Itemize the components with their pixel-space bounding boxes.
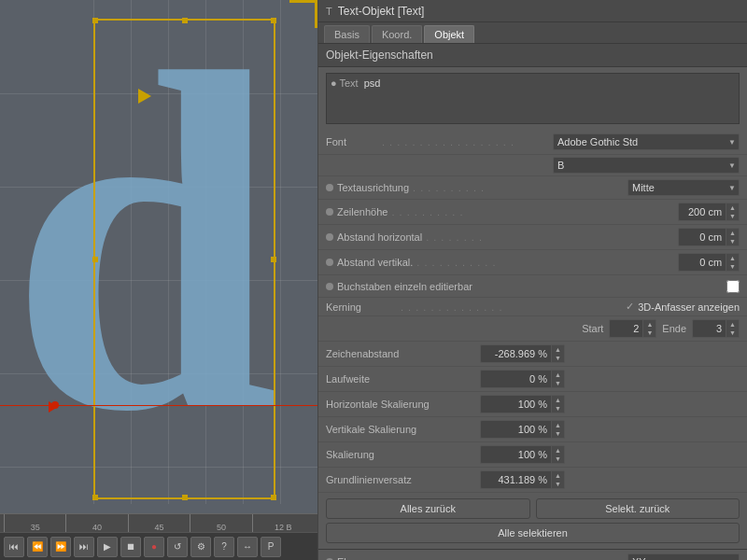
- checkmark-icon: ✓: [626, 301, 634, 313]
- abstand-v-spinner[interactable]: ▲ ▼: [678, 253, 740, 272]
- zeichenabstand-row: Zeichenabstand ▲ ▼: [318, 342, 747, 367]
- start-input[interactable]: [610, 321, 642, 336]
- v-skalierung-input[interactable]: [481, 422, 551, 437]
- spinner-up[interactable]: ▲: [726, 254, 739, 262]
- spinner-up[interactable]: ▲: [552, 396, 564, 404]
- spinner-up[interactable]: ▲: [552, 471, 564, 480]
- tool-btn1[interactable]: ↔: [237, 537, 258, 557]
- font-family-select-wrapper: Adobe Gothic Std: [553, 133, 740, 150]
- ruler-mark: 50: [190, 514, 251, 532]
- laufweite-row: Laufweite ▲ ▼: [318, 367, 747, 392]
- tab-koord[interactable]: Koord.: [372, 25, 422, 43]
- text-preview-label: ● Text: [331, 77, 359, 89]
- skalierung-row: Skalierung ▲ ▼: [318, 442, 747, 468]
- ruler-mark: 40: [65, 514, 127, 532]
- spinner-up[interactable]: ▲: [726, 229, 739, 237]
- abstand-h-label: Abstand horizontal: [337, 231, 422, 243]
- h-skalierung-input-wrapper[interactable]: ▲ ▼: [480, 395, 565, 413]
- ebene-row: Ebene . . . . . . . . . . . . . . . . XY: [318, 550, 747, 560]
- kerning-row: Kerning . . . . . . . . . . . . . . ✓ 3D…: [318, 298, 747, 316]
- spinner-down[interactable]: ▼: [726, 237, 739, 245]
- laufweite-input-wrapper[interactable]: ▲ ▼: [480, 370, 565, 388]
- spinner-arrows: ▲ ▼: [551, 371, 564, 387]
- zeilenhoehe-input[interactable]: [679, 204, 726, 219]
- start-spinner[interactable]: ▲ ▼: [609, 319, 656, 338]
- spinner-down[interactable]: ▼: [552, 404, 564, 413]
- corner-marker: [289, 0, 317, 28]
- spinner-arrows: ▲ ▼: [551, 345, 564, 362]
- abstand-h-row: Abstand horizontal . . . . . . . . ▲ ▼: [318, 225, 747, 250]
- kerning-label: Kerning: [326, 301, 401, 313]
- zeichenabstand-input-wrapper[interactable]: ▲ ▼: [480, 344, 565, 363]
- spinner-down[interactable]: ▼: [643, 329, 655, 337]
- play-forward-button[interactable]: ⏩: [50, 537, 71, 557]
- tab-objekt[interactable]: Objekt: [424, 25, 474, 43]
- play-button[interactable]: ▶: [97, 537, 118, 557]
- abstand-h-input[interactable]: [679, 230, 726, 245]
- spinner-down[interactable]: ▼: [726, 329, 739, 337]
- h-skalierung-input[interactable]: [481, 397, 551, 412]
- abstand-h-spinner[interactable]: ▲ ▼: [678, 228, 740, 246]
- spinner-down[interactable]: ▼: [552, 379, 564, 387]
- abstand-v-row: Abstand vertikal. . . . . . . . . . . . …: [318, 250, 747, 275]
- spinner-arrows: ▲ ▼: [726, 203, 739, 220]
- h-skalierung-label: Horizontale Skalierung: [326, 399, 480, 410]
- arrow-right-indicator: [138, 89, 151, 104]
- zeichenabstand-input[interactable]: [481, 346, 551, 361]
- ende-input[interactable]: [693, 321, 726, 336]
- abstand-v-input[interactable]: [679, 255, 726, 270]
- spinner-up[interactable]: ▲: [643, 320, 655, 329]
- spinner-down[interactable]: ▼: [552, 429, 564, 438]
- grundlinienversatz-label: Grundlinienversatz: [326, 474, 480, 485]
- spinner-down[interactable]: ▼: [726, 262, 739, 271]
- alles-zurueck-button[interactable]: Alles zurück: [326, 498, 530, 519]
- prop-dots: . . . . . . . . . .: [413, 182, 624, 193]
- section-header-text: Objekt-Eigenschaften: [326, 49, 433, 62]
- selekt-zurueck-button[interactable]: Selekt. zurück: [536, 498, 740, 519]
- font-style-select[interactable]: B: [553, 157, 740, 174]
- record-button[interactable]: ●: [144, 537, 164, 557]
- grundlinienversatz-input-wrapper[interactable]: ▲ ▼: [480, 470, 565, 489]
- play-start-button[interactable]: ⏮: [4, 537, 24, 557]
- horizontal-ruler: 35 40 45 50 12 B: [0, 513, 317, 532]
- kerning-value: ✓ 3D-Anfasser anzeigen: [626, 301, 740, 313]
- spinner-up[interactable]: ▲: [552, 371, 564, 379]
- skalierung-input[interactable]: [481, 447, 551, 462]
- font-family-select[interactable]: Adobe Gothic Std: [553, 133, 740, 150]
- tab-basis[interactable]: Basis: [324, 25, 370, 43]
- spinner-up[interactable]: ▲: [726, 320, 739, 329]
- settings-button[interactable]: ⚙: [190, 537, 211, 557]
- section-header: Objekt-Eigenschaften: [318, 44, 747, 67]
- spinner-arrows: ▲ ▼: [551, 421, 564, 438]
- grundlinienversatz-input[interactable]: [481, 472, 551, 487]
- zeilenhoehe-row: Zeilenhöhe . . . . . . . . . . ▲ ▼: [318, 200, 747, 225]
- alle-selektieren-button[interactable]: Alle selektieren: [326, 523, 740, 543]
- spinner-down[interactable]: ▼: [726, 212, 739, 220]
- spinner-arrows: ▲ ▼: [726, 320, 739, 337]
- spinner-down[interactable]: ▼: [552, 480, 564, 488]
- textausrichtung-select[interactable]: Mitte: [627, 179, 740, 196]
- play-end-button[interactable]: ⏭: [74, 537, 94, 557]
- textausrichtung-row: Textausrichtung . . . . . . . . . . Mitt…: [318, 176, 747, 200]
- spinner-up[interactable]: ▲: [726, 203, 739, 212]
- ebene-select[interactable]: XY: [627, 553, 740, 560]
- tool-btn2[interactable]: P: [261, 537, 281, 557]
- v-skalierung-input-wrapper[interactable]: ▲ ▼: [480, 420, 565, 439]
- loop-button[interactable]: ↺: [167, 537, 188, 557]
- spinner-up[interactable]: ▲: [552, 345, 564, 354]
- zeilenhoehe-spinner[interactable]: ▲ ▼: [678, 203, 740, 221]
- abstand-v-label: Abstand vertikal.: [337, 257, 413, 268]
- spinner-up[interactable]: ▲: [552, 446, 564, 455]
- laufweite-input[interactable]: [481, 371, 551, 386]
- question-button[interactable]: ?: [214, 537, 234, 557]
- textausrichtung-select-wrapper: Mitte: [627, 179, 740, 196]
- spinner-down[interactable]: ▼: [552, 354, 564, 362]
- prop-dot: [326, 208, 333, 216]
- buchstaben-checkbox[interactable]: [726, 280, 740, 293]
- skalierung-input-wrapper[interactable]: ▲ ▼: [480, 445, 565, 464]
- spinner-down[interactable]: ▼: [552, 455, 564, 463]
- stop-button[interactable]: ⏹: [120, 537, 141, 557]
- play-back-button[interactable]: ⏪: [27, 537, 48, 557]
- spinner-up[interactable]: ▲: [552, 421, 564, 429]
- ende-spinner[interactable]: ▲ ▼: [692, 319, 740, 338]
